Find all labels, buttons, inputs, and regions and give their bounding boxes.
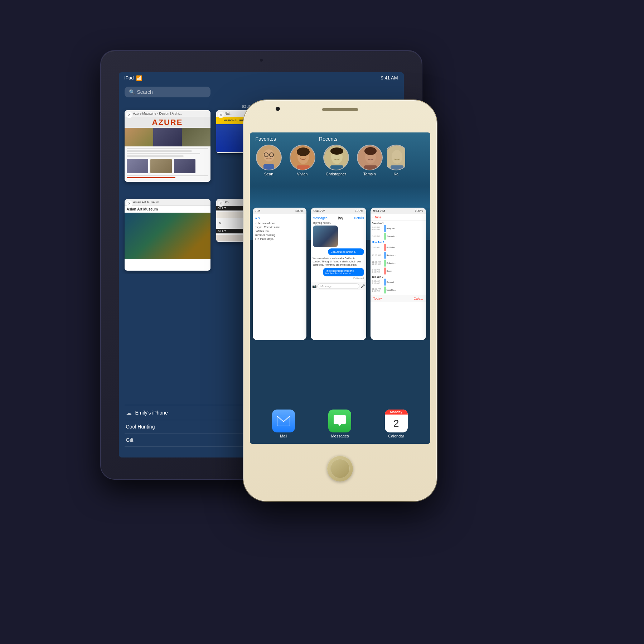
azure-line-1	[127, 148, 208, 149]
msg-body: Messages Ivy Details enjoying herself. B…	[311, 214, 366, 282]
msg-detail: Details	[354, 216, 364, 220]
azure-img-2	[153, 128, 182, 146]
cal-event-register: 10:00 AM Register...	[372, 252, 425, 259]
avatar-christopher	[323, 145, 349, 170]
msg-mic-icon[interactable]: 🎤	[360, 284, 365, 288]
svg-rect-20	[391, 165, 403, 170]
cal-bar-8	[384, 286, 386, 294]
cal-bar-7	[384, 279, 386, 286]
dock-calendar[interactable]: Monday 2 Calendar	[385, 410, 408, 438]
tamsin-face-svg	[358, 145, 383, 170]
iphone-home-button[interactable]	[327, 456, 353, 481]
cal-time-6: 2:00 PM3:00 PM	[372, 269, 384, 273]
vivian-face-svg	[290, 145, 315, 170]
avatar-ka	[387, 145, 405, 170]
msg-contact-name: Ivy	[338, 216, 343, 220]
msg-input-bar: 📷 iMessage 🎤	[311, 282, 366, 290]
cal-footer: Today Cale...	[371, 295, 426, 302]
cal-cal-btn[interactable]: Cale...	[413, 297, 423, 300]
cal-today-btn[interactable]: Today	[373, 297, 382, 300]
cal-event-team: 6:00 PM Team din...	[372, 233, 425, 240]
app-card-partial-left[interactable]: AM 100% ∧ ∨ to be one of ourns yet. The …	[253, 208, 306, 340]
cal-text-cover: Cover	[387, 270, 425, 272]
cal-events-list: Sun Jun 1 2:00 PM4:00 PM Riley's P... 6:…	[371, 221, 426, 295]
dock-messages[interactable]: Messages	[328, 410, 351, 438]
contact-vivian[interactable]: Vivian	[286, 145, 319, 176]
app-card-messages[interactable]: 9:41 AM 100% Messages Ivy Details enjoyi…	[311, 208, 366, 340]
scene: iPad 📶 9:41 AM 🔍 Search azuremagazine.co…	[72, 36, 573, 609]
vivian-name: Vivian	[297, 172, 308, 176]
svg-point-19	[392, 150, 402, 164]
natgeo-close-btn[interactable]: ✕	[218, 112, 224, 118]
cal-bar-1	[384, 225, 386, 232]
partial-left-status: AM 100%	[253, 208, 306, 214]
msg-whale-text: We saw whale spouts and a California con…	[313, 257, 364, 266]
cal-time-7: 8:30 AM9:15 AM	[372, 280, 384, 284]
cal-back-arrow: ‹	[373, 216, 374, 219]
partial-close-btn[interactable]: ✕	[218, 200, 224, 207]
favorites-label: Favorites	[256, 136, 276, 142]
gilt-close-2[interactable]: ✕	[217, 220, 223, 227]
cal-time-3: 8:00 AM	[372, 246, 384, 248]
azure-line-4	[127, 155, 184, 157]
ka-name: Ka	[394, 172, 398, 176]
app-card-calendar[interactable]: 9:41 AM 100% ‹ June Sun Jun 1	[371, 208, 426, 340]
msg-bubble-beautiful: Beautiful all around.	[328, 248, 364, 255]
phone-favorites-section: Favorites Recents	[250, 132, 430, 176]
partial-up-icon: ∧ ∨	[255, 216, 261, 220]
phone-dock: Mail Messages Monday 2	[250, 405, 430, 444]
dock-mail[interactable]: Mail	[272, 410, 295, 438]
azure-header: AZURE	[125, 117, 210, 128]
phone-fav-labels: Favorites Recents	[250, 136, 430, 142]
cal-text-8: Monthly...	[387, 289, 425, 291]
azure-line-5	[127, 175, 208, 176]
contact-sean[interactable]: Sean	[253, 145, 285, 176]
cal-bar-6	[384, 267, 386, 275]
cal-status-battery: 100%	[415, 209, 423, 213]
contact-tamsin[interactable]: Tamsin	[354, 145, 386, 176]
azure-close-btn[interactable]: ✕	[126, 112, 132, 118]
cal-bar-3	[384, 244, 386, 251]
contact-christopher[interactable]: Christopher	[320, 145, 352, 176]
msg-status-time: 9:41 AM	[314, 209, 325, 213]
msg-camera-icon[interactable]: 📷	[312, 284, 316, 288]
cal-time-4: 10:00 AM	[372, 254, 384, 256]
cal-date-jun2: Mon Jun 2	[372, 241, 425, 244]
msg-back: Messages	[313, 216, 328, 220]
svg-point-1	[263, 149, 274, 161]
svg-rect-5	[263, 164, 274, 169]
msg-nav: Messages Ivy Details	[313, 216, 364, 220]
search-placeholder: Search	[137, 89, 153, 95]
partial-status-bat: 100%	[295, 209, 303, 213]
cal-status-bar: 9:41 AM 100%	[371, 208, 426, 214]
azure-tab-card[interactable]: ✕ Azure Magazine - Design | Archi... AZU…	[125, 110, 210, 182]
avatar-tamsin	[357, 145, 383, 170]
azure-content: AZURE	[125, 117, 210, 181]
msg-delivered: Delivered	[313, 277, 364, 280]
iphone-speaker	[322, 108, 358, 111]
partial-nav: ∧ ∨	[255, 216, 304, 220]
cal-time-5: 11:00 AM11:45 AM	[372, 261, 384, 265]
partial-text: to be one of ourns yet. The kids aret of…	[255, 221, 304, 241]
cal-bar-4	[384, 252, 386, 259]
azure-img-1	[125, 128, 153, 146]
ipad-device-label: iPad	[125, 75, 134, 81]
tamsin-name: Tamsin	[363, 172, 376, 176]
cal-status-time: 9:41 AM	[373, 209, 385, 213]
asian-art-tab-card[interactable]: ✕ Asian Art Museum Asian Art Museum	[125, 199, 210, 271]
asian-art-close-btn[interactable]: ✕	[126, 200, 132, 207]
cal-text-2: Team din...	[387, 235, 425, 237]
ipad-search-bar[interactable]: 🔍 Search	[125, 87, 210, 97]
azure-body	[125, 128, 210, 181]
msg-status-battery: 100%	[355, 209, 363, 213]
msg-input[interactable]: iMessage	[318, 284, 359, 289]
ka-face-svg	[387, 145, 405, 170]
phone-multitask: Favorites Recents	[250, 132, 430, 444]
iphone-device: Favorites Recents	[243, 100, 437, 501]
phone-app-cards: AM 100% ∧ ∨ to be one of ourns yet. The …	[250, 208, 430, 340]
contact-ka[interactable]: Ka	[387, 145, 405, 176]
svg-rect-9	[297, 165, 310, 170]
cal-bar-2	[384, 233, 386, 240]
cal-time-1: 2:00 PM4:00 PM	[372, 226, 384, 231]
messages-icon	[328, 410, 351, 432]
